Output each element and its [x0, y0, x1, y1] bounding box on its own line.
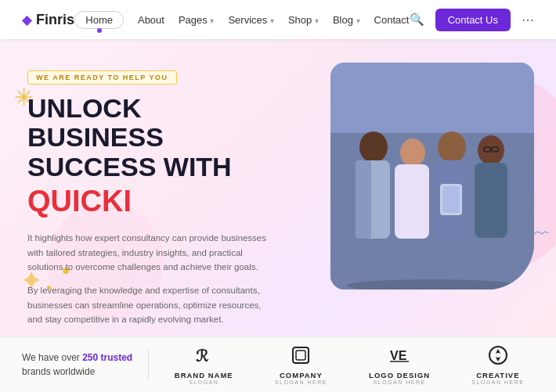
logo-text: Finris — [36, 12, 74, 28]
hero-description-2: By leveraging the knowledge and expertis… — [27, 283, 270, 326]
brand-icon-2 — [290, 344, 312, 366]
nav-about[interactable]: About — [138, 14, 164, 26]
logo[interactable]: ◆ Finris — [22, 12, 74, 28]
nav-blog[interactable]: Blog ▾ — [333, 14, 360, 26]
svg-rect-10 — [442, 186, 460, 213]
svg-point-23 — [496, 353, 500, 358]
brand-slogan-1: SLOGAN — [175, 379, 233, 385]
brand-icon-4 — [487, 344, 509, 366]
nav-services[interactable]: Services ▾ — [228, 14, 273, 26]
logo-icon: ◆ — [22, 13, 31, 27]
brand-slogan-2: SLOGAN HERE — [275, 379, 327, 385]
hero-tag: WE ARE READY TO HELP YOU — [27, 70, 177, 85]
grid-icon[interactable]: ⋯ — [522, 13, 534, 27]
hero-content: WE ARE READY TO HELP YOU UNLOCK BUSINESS… — [0, 39, 298, 336]
brand-icon-3: VE — [388, 344, 410, 366]
brand-icon-1: ℛ — [193, 344, 215, 366]
svg-rect-18 — [293, 347, 309, 363]
people-svg — [330, 63, 534, 290]
brands-highlight: 250 trusted — [82, 352, 132, 363]
brand-name-1: BRAND NAME — [175, 371, 233, 379]
brands-bar: We have over 250 trusted brands worldwid… — [0, 336, 556, 392]
nav-shop[interactable]: Shop ▾ — [288, 14, 319, 26]
hero-image — [330, 63, 534, 290]
svg-text:ℛ: ℛ — [196, 347, 209, 365]
brand-slogan-4: SLOGAN HERE — [471, 379, 524, 385]
svg-rect-4 — [356, 160, 371, 239]
svg-point-2 — [359, 131, 388, 163]
svg-rect-6 — [395, 164, 429, 239]
hero-title-accent: QUICKI — [27, 185, 270, 218]
services-arrow: ▾ — [270, 16, 274, 25]
nav-contact[interactable]: Contact — [374, 14, 410, 26]
svg-text:VE: VE — [390, 349, 407, 362]
brand-logo-3[interactable]: VE LOGO DESIGN SLOGAN HERE — [369, 344, 430, 385]
brands-intro-text: We have over 250 trusted brands worldwid… — [22, 351, 132, 379]
brands-logos: ℛ BRAND NAME SLOGAN COMPANY SLOGAN HERE … — [164, 344, 534, 385]
navbar: ◆ Finris Home About Pages ▾ Services ▾ S… — [0, 0, 556, 39]
hero-title: UNLOCK BUSINESS SUCCESS WITH — [27, 94, 270, 182]
svg-point-7 — [438, 131, 466, 163]
shop-arrow: ▾ — [315, 16, 319, 25]
blog-arrow: ▾ — [356, 16, 360, 25]
brands-divider — [148, 349, 149, 380]
brand-logo-1[interactable]: ℛ BRAND NAME SLOGAN — [175, 344, 233, 385]
brand-name-3: LOGO DESIGN — [369, 371, 430, 379]
contact-button[interactable]: Contact Us — [435, 9, 511, 31]
brand-slogan-3: SLOGAN HERE — [369, 379, 430, 385]
nav-pages[interactable]: Pages ▾ — [179, 14, 215, 26]
brand-name-4: CREATIVE — [471, 371, 524, 379]
svg-rect-19 — [296, 351, 305, 360]
svg-point-5 — [400, 138, 425, 167]
search-icon[interactable]: 🔍 — [410, 13, 424, 27]
hero-people-photo — [330, 63, 534, 290]
pages-arrow: ▾ — [210, 16, 214, 25]
nav-actions: 🔍 Contact Us ⋯ — [410, 9, 534, 31]
nav-home[interactable]: Home — [74, 11, 124, 29]
svg-point-11 — [478, 135, 504, 165]
brand-logo-2[interactable]: COMPANY SLOGAN HERE — [275, 344, 327, 385]
svg-rect-12 — [475, 163, 507, 238]
hero-description-1: It highlights how expert consultancy can… — [27, 231, 270, 274]
hero-section: ✳ 〰 ✦ WE ARE READY TO HELP YOU UNLOCK BU… — [0, 39, 556, 336]
brand-name-2: COMPANY — [275, 371, 327, 379]
nav-links: Home About Pages ▾ Services ▾ Shop ▾ Blo… — [74, 11, 409, 29]
brand-logo-4[interactable]: CREATIVE SLOGAN HERE — [471, 344, 524, 385]
